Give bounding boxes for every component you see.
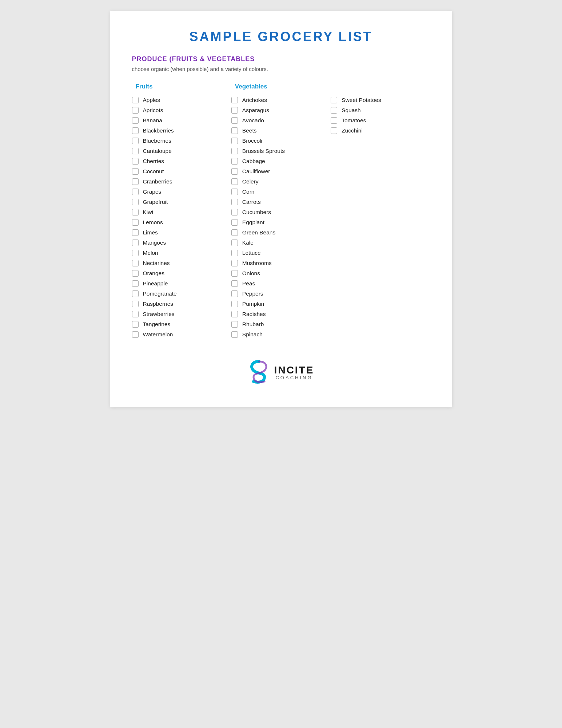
list-item: Cherries xyxy=(132,158,228,165)
item-label: Squash xyxy=(342,107,361,114)
checkbox[interactable] xyxy=(231,178,238,185)
checkbox[interactable] xyxy=(132,127,139,134)
fruits-list: ApplesApricotsBananaBlackberriesBlueberr… xyxy=(132,97,228,338)
list-item: Peas xyxy=(231,280,327,287)
checkbox[interactable] xyxy=(132,97,139,103)
checkbox[interactable] xyxy=(132,199,139,205)
logo-incite: INCITE xyxy=(274,365,314,375)
item-label: Spinach xyxy=(242,331,263,338)
checkbox[interactable] xyxy=(132,280,139,287)
list-item: Radishes xyxy=(231,311,327,317)
item-label: Lemons xyxy=(143,219,163,226)
vegetables-col1-title: Vegetables xyxy=(235,83,327,90)
checkbox[interactable] xyxy=(132,311,139,317)
checkbox[interactable] xyxy=(231,331,238,338)
incite-logo-icon xyxy=(248,360,270,385)
checkbox[interactable] xyxy=(231,280,238,287)
checkbox[interactable] xyxy=(331,127,337,134)
checkbox[interactable] xyxy=(231,127,238,134)
checkbox[interactable] xyxy=(132,250,139,256)
checkbox[interactable] xyxy=(132,219,139,226)
checkbox[interactable] xyxy=(132,229,139,236)
checkbox[interactable] xyxy=(132,168,139,175)
checkbox[interactable] xyxy=(231,148,238,154)
checkbox[interactable] xyxy=(231,97,238,103)
checkbox[interactable] xyxy=(331,117,337,124)
item-label: Rhubarb xyxy=(242,321,264,328)
list-item: Avocado xyxy=(231,117,327,124)
vegetables-col1: Vegetables ArichokesAsparagusAvocadoBeet… xyxy=(231,83,331,341)
checkbox[interactable] xyxy=(231,290,238,297)
item-label: Cauliflower xyxy=(242,168,270,175)
checkbox[interactable] xyxy=(231,117,238,124)
list-item: Cauliflower xyxy=(231,168,327,175)
item-label: Cranberries xyxy=(143,178,172,185)
checkbox[interactable] xyxy=(231,250,238,256)
checkbox[interactable] xyxy=(132,270,139,277)
item-label: Brussels Sprouts xyxy=(242,148,285,154)
checkbox[interactable] xyxy=(132,148,139,154)
checkbox[interactable] xyxy=(231,321,238,328)
section-header: PRODUCE (FRUITS & VEGETABLES choose orga… xyxy=(132,55,430,72)
checkbox[interactable] xyxy=(132,290,139,297)
item-label: Blueberries xyxy=(143,138,171,144)
checkbox[interactable] xyxy=(132,158,139,165)
item-label: Strawberries xyxy=(143,311,175,317)
checkbox[interactable] xyxy=(132,107,139,114)
list-item: Pomegranate xyxy=(132,290,228,297)
checkbox[interactable] xyxy=(231,138,238,144)
item-label: Blackberries xyxy=(143,127,174,134)
vegetables-list-2: Sweet PotatoesSquashTomatoesZucchini xyxy=(331,97,426,134)
checkbox[interactable] xyxy=(132,178,139,185)
list-item: Zucchini xyxy=(331,127,426,134)
item-label: Zucchini xyxy=(342,127,363,134)
checkbox[interactable] xyxy=(231,229,238,236)
checkbox[interactable] xyxy=(231,270,238,277)
item-label: Apricots xyxy=(143,107,163,114)
item-label: Watermelon xyxy=(143,331,173,338)
checkbox[interactable] xyxy=(231,301,238,307)
checkbox[interactable] xyxy=(231,311,238,317)
checkbox[interactable] xyxy=(231,240,238,246)
item-label: Celery xyxy=(242,178,259,185)
checkbox[interactable] xyxy=(331,97,337,103)
checkbox[interactable] xyxy=(132,209,139,215)
checkbox[interactable] xyxy=(132,240,139,246)
list-item: Coconut xyxy=(132,168,228,175)
item-label: Nectarines xyxy=(143,260,170,266)
checkbox[interactable] xyxy=(132,301,139,307)
item-label: Coconut xyxy=(143,168,164,175)
checkbox[interactable] xyxy=(132,189,139,195)
list-item: Tangerines xyxy=(132,321,228,328)
checkbox[interactable] xyxy=(231,260,238,266)
item-label: Peas xyxy=(242,280,255,287)
checkbox[interactable] xyxy=(231,189,238,195)
item-label: Sweet Potatoes xyxy=(342,97,381,103)
logo-coaching: COACHING xyxy=(274,375,314,380)
checkbox[interactable] xyxy=(231,209,238,215)
item-label: Pumpkin xyxy=(242,301,264,307)
checkbox[interactable] xyxy=(231,158,238,165)
item-label: Kiwi xyxy=(143,209,153,215)
checkbox[interactable] xyxy=(132,321,139,328)
item-label: Cherries xyxy=(143,158,164,165)
list-item: Rhubarb xyxy=(231,321,327,328)
checkbox[interactable] xyxy=(231,107,238,114)
checkbox[interactable] xyxy=(132,117,139,124)
list-item: Mangoes xyxy=(132,240,228,246)
item-label: Carrots xyxy=(242,199,261,205)
item-label: Pomegranate xyxy=(143,290,177,297)
section-subtitle: choose organic (when possible) and a var… xyxy=(132,66,430,72)
checkbox[interactable] xyxy=(231,199,238,205)
checkbox[interactable] xyxy=(132,331,139,338)
checkbox[interactable] xyxy=(132,138,139,144)
checkbox[interactable] xyxy=(132,260,139,266)
checkbox[interactable] xyxy=(231,168,238,175)
list-item: Oranges xyxy=(132,270,228,277)
list-item: Cucumbers xyxy=(231,209,327,215)
item-label: Oranges xyxy=(143,270,164,277)
checkbox[interactable] xyxy=(331,107,337,114)
checkbox[interactable] xyxy=(231,219,238,226)
list-item: Nectarines xyxy=(132,260,228,266)
list-item: Brussels Sprouts xyxy=(231,148,327,154)
